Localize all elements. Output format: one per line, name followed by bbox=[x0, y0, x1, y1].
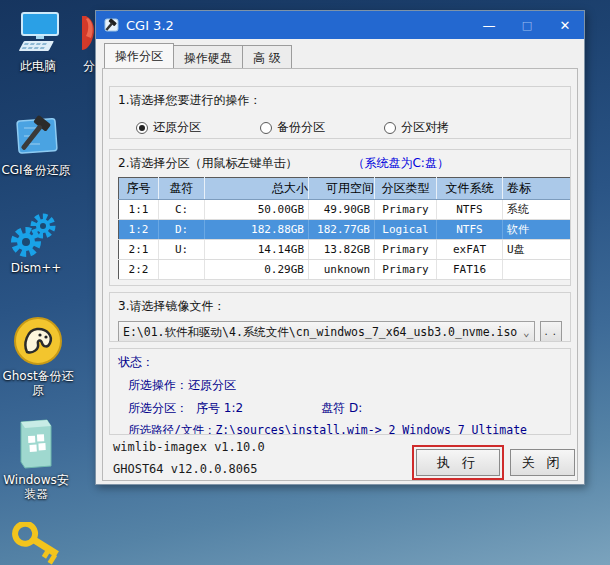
desktop-icon-partition-tool[interactable]: 分区 bbox=[82, 10, 96, 76]
ghost-icon bbox=[13, 316, 63, 366]
desktop-icon-label: Ghost备份还原 bbox=[0, 369, 78, 397]
radio-label: 备份分区 bbox=[277, 119, 325, 136]
image-file-path: E:\01.软件和驱动\4.系统文件\cn_windwos_7_x64_usb3… bbox=[123, 325, 517, 340]
status-title: 状态： bbox=[118, 354, 562, 371]
status-partition-drive: 盘符 D: bbox=[321, 401, 362, 415]
desktop-icon-label: Windows安装器 bbox=[0, 473, 72, 501]
desktop-icon-label: 此电脑 bbox=[0, 59, 76, 73]
cell: 1:1 bbox=[119, 200, 159, 220]
partition-group-title: 2.请选择分区（用鼠标左键单击） bbox=[118, 155, 297, 172]
cell: NTFS bbox=[437, 220, 503, 240]
partition-table-body: 1:1C:50.00GB49.90GBPrimaryNTFS系统1:2D:182… bbox=[119, 200, 572, 280]
execute-button[interactable]: 执 行 bbox=[416, 449, 500, 476]
column-header-1: 盘符 bbox=[159, 178, 205, 200]
cell: Primary bbox=[375, 260, 437, 280]
operation-group-title: 1.请选择您要进行的操作： bbox=[118, 92, 562, 109]
cell: 13.82GB bbox=[309, 240, 375, 260]
radio-label: 还原分区 bbox=[153, 119, 201, 136]
version-wimlib: wimlib-imagex v1.10.0 bbox=[113, 440, 265, 454]
cell: 2:2 bbox=[119, 260, 159, 280]
window-title: CGI 3.2 bbox=[126, 18, 174, 33]
tab-2[interactable]: 高 级 bbox=[243, 45, 292, 68]
cell: FAT16 bbox=[437, 260, 503, 280]
status-group: 状态： 所选操作：还原分区 所选分区：序号 1:2盘符 D: 所选路径/文件：Z… bbox=[109, 348, 571, 435]
cell: Logical bbox=[375, 220, 437, 240]
cell: NTFS bbox=[437, 200, 503, 220]
partition-table-header: 序号盘符总大小可用空间分区类型文件系统卷标 bbox=[119, 178, 572, 200]
cell bbox=[159, 260, 205, 280]
operation-group: 1.请选择您要进行的操作： 还原分区备份分区分区对拷 bbox=[109, 86, 571, 139]
close-dialog-button[interactable]: 关 闭 bbox=[510, 449, 575, 476]
status-partition-label: 所选分区： bbox=[128, 401, 188, 415]
partition-table[interactable]: 序号盘符总大小可用空间分区类型文件系统卷标 1:1C:50.00GB49.90G… bbox=[118, 177, 571, 280]
radio-option-1[interactable]: 备份分区 bbox=[260, 119, 384, 136]
table-row-0[interactable]: 1:1C:50.00GB49.90GBPrimaryNTFS系统 bbox=[119, 200, 572, 220]
radio-icon bbox=[260, 122, 272, 134]
cell: C: bbox=[159, 200, 205, 220]
status-partition: 所选分区：序号 1:2盘符 D: bbox=[128, 400, 562, 417]
maximize-button[interactable]: □ bbox=[508, 11, 546, 39]
cell: U盘 bbox=[503, 240, 572, 260]
radio-selected-icon bbox=[136, 122, 148, 134]
partition-tool-icon bbox=[82, 10, 96, 56]
table-row-3[interactable]: 2:20.29GBunknownPrimaryFAT16 bbox=[119, 260, 572, 280]
app-icon bbox=[104, 17, 120, 33]
version-ghost: GHOST64 v12.0.0.8065 bbox=[113, 462, 258, 476]
table-row-1-selected[interactable]: 1:2D:182.88GB182.77GBLogicalNTFS软件 bbox=[119, 220, 572, 240]
cell: 50.00GB bbox=[205, 200, 309, 220]
cell: exFAT bbox=[437, 240, 503, 260]
cell: 软件 bbox=[503, 220, 572, 240]
tab-0[interactable]: 操作分区 bbox=[104, 43, 174, 68]
cell: U: bbox=[159, 240, 205, 260]
app-window: CGI 3.2 — □ ✕ 操作分区操作硬盘高 级 1.请选择您要进行的操作： … bbox=[95, 10, 585, 485]
cell: 0.29GB bbox=[205, 260, 309, 280]
desktop-icon-label: CGI备份还原 bbox=[0, 163, 74, 177]
desktop-icon-label: Dism++ bbox=[0, 261, 74, 275]
cell: 182.77GB bbox=[309, 220, 375, 240]
cell: 2:1 bbox=[119, 240, 159, 260]
partition-group: 2.请选择分区（用鼠标左键单击） （系统盘为C:盘） 序号盘符总大小可用空间分区… bbox=[109, 149, 571, 286]
status-partition-index: 序号 1:2 bbox=[196, 401, 243, 415]
column-header-6: 卷标 bbox=[503, 178, 572, 200]
cell: 49.90GB bbox=[309, 200, 375, 220]
desktop-icon-key[interactable] bbox=[4, 522, 68, 565]
gears-icon bbox=[9, 212, 63, 258]
radio-option-2[interactable]: 分区对拷 bbox=[384, 119, 508, 136]
image-file-group: 3.请选择镜像文件： E:\01.软件和驱动\4.系统文件\cn_windwos… bbox=[109, 292, 571, 342]
cell: 系统 bbox=[503, 200, 572, 220]
image-file-combobox[interactable]: E:\01.软件和驱动\4.系统文件\cn_windwos_7_x64_usb3… bbox=[118, 321, 535, 342]
cell: 1:2 bbox=[119, 220, 159, 240]
key-icon bbox=[7, 522, 65, 565]
radio-option-0[interactable]: 还原分区 bbox=[136, 119, 260, 136]
tab-bar: 操作分区操作硬盘高 级 bbox=[104, 45, 292, 68]
cell: 182.88GB bbox=[205, 220, 309, 240]
column-header-2: 总大小 bbox=[205, 178, 309, 200]
desktop-icon-ghost[interactable]: Ghost备份还原 bbox=[0, 316, 78, 397]
cell bbox=[503, 260, 572, 280]
tab-1[interactable]: 操作硬盘 bbox=[174, 45, 243, 68]
title-bar[interactable]: CGI 3.2 — □ ✕ bbox=[96, 11, 584, 39]
image-file-group-title: 3.请选择镜像文件： bbox=[118, 298, 562, 315]
close-button[interactable]: ✕ bbox=[546, 11, 584, 39]
operation-options: 还原分区备份分区分区对拷 bbox=[136, 119, 562, 136]
cell: Primary bbox=[375, 240, 437, 260]
system-disk-hint: （系统盘为C:盘） bbox=[352, 155, 448, 172]
desktop-icon-this-pc[interactable]: 此电脑 bbox=[0, 12, 76, 73]
desktop-icon-dism[interactable]: Dism++ bbox=[0, 212, 74, 275]
status-operation: 所选操作：还原分区 bbox=[128, 377, 562, 394]
table-row-2[interactable]: 2:1U:14.14GB13.82GBPrimaryexFATU盘 bbox=[119, 240, 572, 260]
minimize-button[interactable]: — bbox=[470, 11, 508, 39]
cgi-hammer-icon bbox=[8, 108, 64, 160]
column-header-3: 可用空间 bbox=[309, 178, 375, 200]
chevron-down-icon: ⌄ bbox=[523, 326, 530, 339]
computer-icon bbox=[10, 12, 66, 56]
column-header-4: 分区类型 bbox=[375, 178, 437, 200]
cell: Primary bbox=[375, 200, 437, 220]
column-header-0: 序号 bbox=[119, 178, 159, 200]
installer-box-icon bbox=[13, 418, 59, 470]
desktop-icon-win-installer[interactable]: Windows安装器 bbox=[0, 418, 72, 501]
status-path: 所选路径/文件：Z:\sources\install.wim-> 2 Windo… bbox=[128, 423, 562, 435]
cell: D: bbox=[159, 220, 205, 240]
browse-button[interactable]: . . . bbox=[540, 321, 562, 342]
desktop-icon-cgi-backup[interactable]: CGI备份还原 bbox=[0, 108, 74, 177]
